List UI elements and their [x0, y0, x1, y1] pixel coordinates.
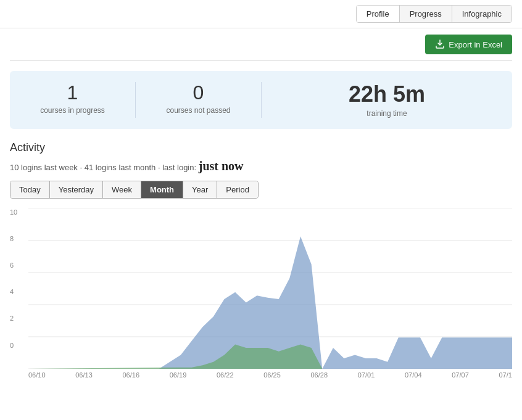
tab-profile[interactable]: Profile — [357, 6, 400, 22]
logins-last-month: 41 — [85, 163, 93, 172]
courses-in-progress-label: courses in progress — [10, 106, 135, 115]
filter-month[interactable]: Month — [141, 181, 183, 198]
activity-summary: 10 logins last week · 41 logins last mon… — [10, 159, 512, 173]
export-icon — [435, 39, 445, 49]
divider — [10, 60, 512, 61]
activity-section: Activity 10 logins last week · 41 logins… — [0, 141, 522, 379]
training-time-label: training time — [262, 109, 512, 118]
filter-today[interactable]: Today — [10, 181, 50, 198]
stat-courses-in-progress: 1 courses in progress — [10, 82, 136, 118]
chart-svg — [28, 208, 512, 369]
filter-year[interactable]: Year — [183, 181, 217, 198]
stat-training-time: 22h 5m training time — [262, 82, 512, 118]
filter-week[interactable]: Week — [103, 181, 141, 198]
courses-not-passed-label: courses not passed — [136, 106, 261, 115]
courses-not-passed-number: 0 — [136, 82, 261, 104]
top-nav: Profile Progress Infographic — [0, 0, 522, 28]
stats-bar: 1 courses in progress 0 courses not pass… — [10, 71, 512, 129]
toolbar: Export in Excel — [0, 28, 522, 60]
training-time-number: 22h 5m — [262, 82, 512, 107]
activity-title: Activity — [10, 141, 512, 154]
tab-progress[interactable]: Progress — [400, 6, 452, 22]
tab-infographic[interactable]: Infographic — [452, 6, 512, 22]
logins-last-week: 10 — [10, 163, 19, 172]
logins-last-month-label: logins last month · last login: — [96, 163, 199, 172]
logins-last-week-label: logins last week · — [21, 163, 85, 172]
filter-yesterday[interactable]: Yesterday — [50, 181, 103, 198]
courses-in-progress-number: 1 — [10, 82, 135, 104]
export-button[interactable]: Export in Excel — [425, 35, 512, 54]
y-axis: 10 8 6 4 2 0 — [10, 208, 17, 350]
activity-chart: 10 8 6 4 2 0 — [10, 208, 512, 369]
filter-button-group: Today Yesterday Week Month Year Period — [10, 181, 259, 199]
last-login-value: just now — [199, 159, 244, 173]
filter-period[interactable]: Period — [217, 181, 258, 198]
main-tab-group: Profile Progress Infographic — [356, 5, 512, 23]
x-axis: 06/10 06/13 06/16 06/19 06/22 06/25 06/2… — [10, 369, 512, 379]
stat-courses-not-passed: 0 courses not passed — [136, 82, 262, 118]
